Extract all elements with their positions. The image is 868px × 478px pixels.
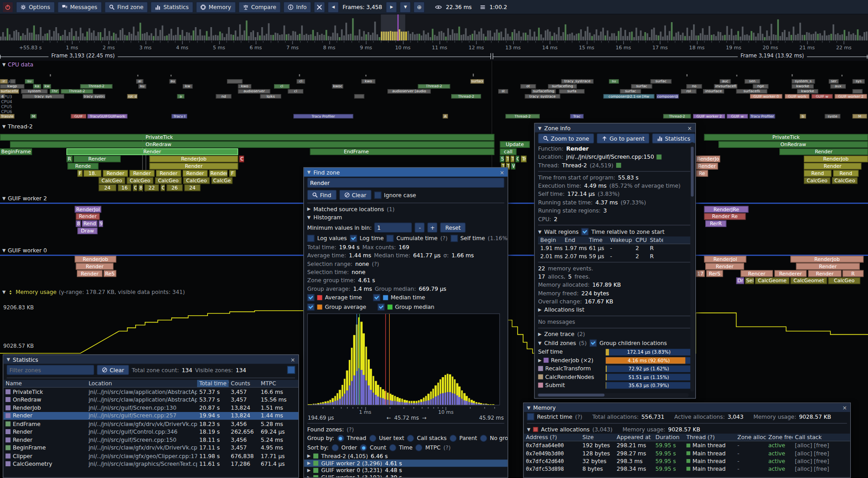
zone[interactable]: RenderJol <box>704 256 746 263</box>
statistics-titlebar[interactable]: ▼ Statistics × <box>3 355 298 364</box>
zone[interactable]: Render <box>808 270 841 277</box>
alloc-stack-link[interactable]: [alloc] <box>795 450 812 456</box>
statistics-row[interactable]: Renderjni/../jni/src/guif/Screen.cpp:257… <box>3 412 298 420</box>
cpu-zone[interactable]: a <box>177 94 184 99</box>
zone[interactable]: Re5 <box>104 270 116 277</box>
thread-section-header[interactable]: ▼GUIF worker 0 <box>0 247 47 254</box>
zone[interactable]: RerS <box>706 270 723 277</box>
log-values-checkbox[interactable] <box>307 235 315 242</box>
zone[interactable]: Render <box>103 170 128 177</box>
zone[interactable]: 26 <box>167 185 183 191</box>
zone[interactable]: Rend <box>804 170 831 177</box>
zone[interactable]: Render <box>183 170 208 177</box>
zone[interactable]: EndFrame <box>310 148 495 155</box>
frame-minimap[interactable] <box>0 14 868 42</box>
vertical-scrollbar[interactable] <box>690 142 694 392</box>
allocation-row[interactable]: 0x7dfc42d64032 bytes298.3 ms59.95 sMain … <box>524 457 850 464</box>
cpu-zone[interactable]: surfacefling <box>0 89 19 94</box>
cpu-zone[interactable]: ka <box>33 84 41 89</box>
zone[interactable]: PrivateTick <box>0 134 494 141</box>
statistics-row[interactable]: Renderjni/../jni/src/guif/Screen.cpp:150… <box>3 436 298 444</box>
zone[interactable]: T <box>510 156 514 162</box>
child-zone-row[interactable]: ▶RenderJob (×2)4.16 ms (92.60%) <box>535 356 695 364</box>
cpu-zone[interactable]: su <box>609 79 619 84</box>
zone[interactable]: 24 <box>184 185 201 191</box>
cpu-zone[interactable]: Thr <box>50 89 59 94</box>
zone[interactable]: 17 <box>696 270 705 277</box>
clear-filter-button[interactable]: Clear <box>97 365 129 375</box>
group-children-checkbox[interactable] <box>590 340 597 347</box>
next-frame-button[interactable]: ▶ <box>386 1 397 12</box>
prev-frame-button[interactable]: ◀ <box>328 1 339 12</box>
statistics-button[interactable]: Statistics <box>151 1 193 12</box>
thread-section-header[interactable]: ▼Thread-2 <box>0 123 33 130</box>
address-cell[interactable]: 0x7dfc42d640 <box>524 457 580 464</box>
zone[interactable]: CalcGeo <box>127 177 153 184</box>
zone[interactable]: Dra <box>736 277 744 284</box>
messages-button[interactable]: Messages <box>57 1 102 12</box>
zone[interactable]: 9 <box>99 220 103 227</box>
cpu-zone[interactable]: tracy_systrace <box>83 94 105 99</box>
cpu-zone[interactable]: Trasyle <box>0 114 14 118</box>
go-to-parent-button[interactable]: Go to parent <box>597 133 649 143</box>
group-by-radio-thread[interactable] <box>337 435 344 442</box>
child-zone-row[interactable]: RecalcTransform72.92 µs (1.62%) <box>535 364 695 373</box>
cpu-zone[interactable]: GUIF worker 2 <box>835 94 867 99</box>
cpu-zone[interactable]: surface <box>471 79 484 84</box>
self-time-checkbox[interactable] <box>450 235 458 242</box>
zone[interactable]: Draw <box>77 227 97 234</box>
zoom-to-frame-button[interactable]: ⊕ <box>414 1 425 12</box>
zone[interactable]: C <box>160 185 165 191</box>
zone[interactable]: Render Re <box>704 213 746 220</box>
column-header-zonefree[interactable]: Zone free <box>766 434 793 441</box>
cpu-zone[interactable]: sen <box>745 79 760 84</box>
cpu-zone[interactable]: GUIF worker 0 <box>750 94 782 99</box>
column-header-zonealloc[interactable]: Zone alloc <box>735 434 766 441</box>
cpu-zone[interactable]: A <box>443 114 448 118</box>
zone[interactable]: RenderJob <box>791 256 864 263</box>
zone[interactable]: Update <box>500 141 530 148</box>
cpu-zone[interactable]: Thread-2 <box>80 84 113 89</box>
cpu-zone[interactable]: GUIF w <box>811 94 833 99</box>
sort-by-radio-count[interactable] <box>360 444 367 451</box>
zone-trace-treenode[interactable]: ▶Zone trace(2) <box>535 330 695 338</box>
cpu-zone[interactable]: sys <box>853 79 865 84</box>
cpu-zone[interactable]: syste <box>825 114 840 118</box>
statistics-row[interactable]: EndFramejni/../jni/src/claw/gfx/drv/vk/D… <box>3 420 298 428</box>
cpu-zone[interactable]: lgiks <box>260 94 282 99</box>
alloc-stack-link[interactable]: [alloc] <box>795 442 812 448</box>
info-button[interactable]: Info <box>283 1 311 12</box>
cpu-zone[interactable]: TracyGUIFGUIFwork <box>87 114 127 118</box>
cpu-zone[interactable]: rot_d <box>127 94 137 99</box>
cpu-zone[interactable]: composer@2.1-se [Hw <box>604 94 655 99</box>
cpu-data-section-header[interactable]: ▼CPU data <box>0 61 33 68</box>
sort-by-radio-order[interactable] <box>331 444 339 451</box>
cpu-zone[interactable]: system_s <box>792 79 815 84</box>
cpu-zone[interactable]: surfac <box>631 84 652 89</box>
close-icon[interactable]: × <box>687 125 692 131</box>
cpu-zone[interactable]: b <box>800 114 806 118</box>
zone[interactable]: Rencer <box>741 270 773 277</box>
zone[interactable]: Render <box>696 163 718 170</box>
clear-button[interactable]: Clear <box>339 190 371 200</box>
wait-header-cell[interactable]: Time <box>587 237 608 244</box>
cpu-zone[interactable]: tracy_systrace <box>561 79 594 84</box>
column-header-mtpc[interactable]: MTPC <box>259 380 293 387</box>
zone[interactable]: Rend <box>833 170 859 177</box>
help-icon[interactable]: (?) <box>575 414 582 420</box>
time-relative-checkbox[interactable] <box>581 228 589 235</box>
cpu-zone[interactable]: no <box>686 84 702 89</box>
statistics-row[interactable]: RenderJobjni/../jni/src/guif/Screen.cpp:… <box>3 404 298 412</box>
cpu-zone[interactable]: surfa <box>559 89 585 94</box>
child-zone-row[interactable]: CalcRenderNodes51.51 µs (1.15%) <box>535 373 695 381</box>
cpu-zone[interactable]: ku <box>138 84 146 89</box>
zone[interactable]: RenderJob <box>804 156 868 162</box>
collapse-icon[interactable]: ▼ <box>7 357 10 362</box>
collapse-icon[interactable]: ▼ <box>527 405 531 410</box>
free-stack-link[interactable]: [free] <box>812 458 829 464</box>
column-header-duration[interactable]: Duration <box>653 434 684 441</box>
cpu-zone[interactable]: surfac <box>620 89 641 94</box>
cpu-zone[interactable] <box>10 79 15 84</box>
cpu-zone[interactable]: kw <box>43 84 51 89</box>
find-zone-titlebar[interactable]: ▼ Find zone × <box>304 168 508 177</box>
